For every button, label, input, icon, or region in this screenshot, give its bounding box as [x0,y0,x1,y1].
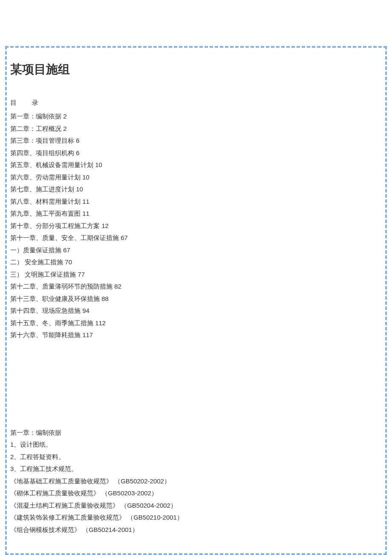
toc-label: 第六章、劳动需用量计划 [10,173,81,181]
toc-page: 70 [65,258,72,266]
toc-entry: 第十六章、节能降耗措施 117 [10,329,382,341]
toc-label: 一）质量保证措施 [10,246,61,254]
toc-page: 10 [95,161,102,168]
content-line: 2、工程答疑资料。 [10,451,382,463]
toc-label: 第十章、分部分项工程施工方案 [10,222,100,229]
content-line: 《组合钢模板技术规范》 （GB50214-2001） [10,524,382,536]
content-line: 《建筑装饰装修工程施工质量验收规范》 （GB50210-2001） [10,512,382,524]
toc-page: 2 [63,125,66,132]
toc-entry: 第七章、施工进度计划 10 [10,183,382,196]
toc-label: 第五章、机械设备需用量计划 [10,161,93,168]
toc-label: 第七章、施工进度计划 [10,185,74,193]
toc-page: 10 [82,173,89,181]
toc-entry: 第五章、机械设备需用量计划 10 [10,159,382,171]
toc-entry: 第十二章、质量薄弱环节的预防措施 82 [10,280,382,293]
toc-page: 6 [76,149,79,156]
toc-label: 第十一章、质量、安全、工期保证措施 [10,234,119,241]
toc-label: 第一章：编制依据 [10,113,61,120]
toc-page: 88 [101,295,109,302]
toc-entry: 第十四章、现场应急措施 94 [10,305,382,317]
toc-page: 11 [82,198,89,205]
toc-entry: 第十章、分部分项工程施工方案 12 [10,220,382,232]
toc-entry: 第三章：项目管理目标 6 [10,135,382,147]
toc-entry: 第二章：工程概况 2 [10,123,382,135]
content-line: 《地基基础工程施工质量验收规范》 （GB50202-2002） [10,475,382,488]
toc-entry: 第六章、劳动需用量计划 10 [10,171,382,184]
content-line: 《混凝土结构工程施工质量验收规范》 （GB50204-2002） [10,500,382,512]
chapter-title: 第一章：编制依据 [10,427,382,439]
toc-label: 第四章、项目组织机构 [10,149,74,156]
toc-page: 82 [114,283,121,290]
toc-header: 目 录 [10,99,382,107]
toc-page: 11 [82,210,89,217]
toc-label: 三） 文明施工保证措施 [10,271,76,278]
content-line: 《砌体工程施工质量验收规范》 （GB50203-2002） [10,487,382,500]
toc-label: 二） 安全施工措施 [10,258,63,266]
toc-page: 94 [82,307,89,314]
toc-label: 第二章：工程概况 [10,125,61,132]
toc-page: 77 [78,271,85,278]
toc-page: 112 [95,319,106,327]
toc-entry: 第十一章、质量、安全、工期保证措施 67 [10,232,382,244]
toc-entry: 第九章、施工平面布置图 11 [10,208,382,220]
toc-label: 第九章、施工平面布置图 [10,210,81,217]
toc-entry: 第十五章、冬、雨季施工措施 112 [10,317,382,330]
toc-entry: 第十三章、职业健康及环保措施 88 [10,293,382,305]
toc-page: 12 [101,222,109,229]
toc-page: 10 [76,185,83,193]
toc-label: 第三章：项目管理目标 [10,137,74,144]
toc-label: 第十三章、职业健康及环保措施 [10,295,100,302]
toc-page: 67 [121,234,128,241]
toc-page: 67 [63,246,70,254]
toc-label: 第十六章、节能降耗措施 [10,331,81,338]
toc-entry: 第八章、材料需用量计划 11 [10,196,382,208]
toc-label: 第十二章、质量薄弱环节的预防措施 [10,283,112,290]
toc-entry: 二） 安全施工措施 70 [10,256,382,269]
toc-page: 2 [63,113,66,120]
toc-label: 第十五章、冬、雨季施工措施 [10,319,93,327]
toc-entry: 三） 文明施工保证措施 77 [10,269,382,281]
toc-page: 117 [82,331,93,338]
toc-entry: 第四章、项目组织机构 6 [10,147,382,159]
toc-entry: 一）质量保证措施 67 [10,244,382,257]
content-line: 1、设计图纸。 [10,439,382,451]
toc-page: 6 [76,137,79,144]
content-line: 3、工程施工技术规范。 [10,463,382,475]
table-of-contents: 目 录 第一章：编制依据 2 第二章：工程概况 2 第三章：项目管理目标 6 第… [10,99,382,341]
toc-label: 第十四章、现场应急措施 [10,307,81,314]
toc-entry: 第一章：编制依据 2 [10,110,382,123]
content-section: 第一章：编制依据 1、设计图纸。 2、工程答疑资料。 3、工程施工技术规范。 《… [10,427,382,536]
toc-label: 第八章、材料需用量计划 [10,198,81,205]
page-frame: 某项目施组 目 录 第一章：编制依据 2 第二章：工程概况 2 第三章：项目管理… [5,46,387,555]
document-title: 某项目施组 [10,61,382,78]
